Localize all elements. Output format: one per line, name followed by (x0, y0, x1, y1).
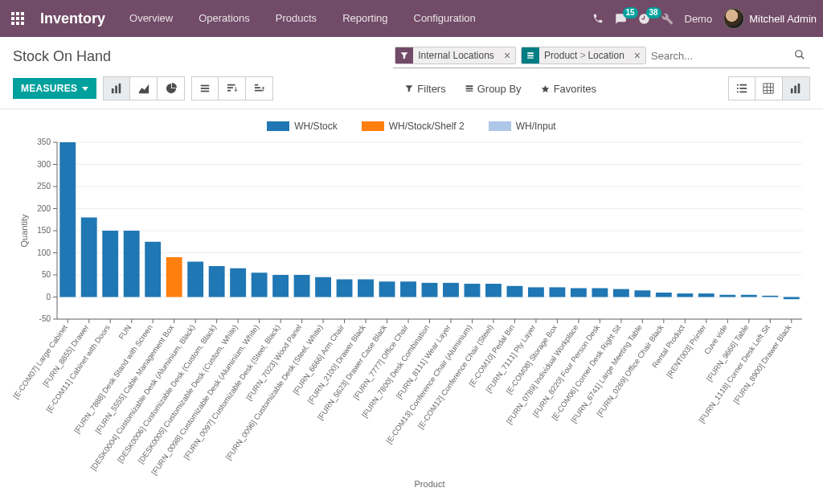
svg-text:[RENT003] Printer: [RENT003] Printer (665, 323, 708, 379)
bar (719, 295, 735, 297)
svg-text:[FURN_7888] Desk Stand with Sc: [FURN_7888] Desk Stand with Screen (72, 323, 154, 435)
bar (145, 242, 161, 297)
svg-rect-17 (201, 85, 210, 87)
line-chart-button[interactable] (130, 76, 158, 100)
bar (294, 275, 310, 297)
bar (187, 262, 203, 297)
pie-chart-button[interactable] (158, 76, 185, 100)
svg-rect-5 (21, 17, 24, 20)
svg-rect-16 (119, 84, 121, 93)
svg-rect-3 (11, 17, 14, 20)
chart-area: WH/Stock WH/Stock/Shelf 2 WH/Input -5005… (0, 109, 823, 500)
activities-badge: 38 (646, 7, 661, 18)
nav-menu: Overview Operations Products Reporting C… (117, 0, 489, 37)
search-input[interactable] (651, 50, 786, 62)
nav-configuration[interactable]: Configuration (401, 0, 489, 37)
pivot-view-button[interactable] (755, 76, 783, 100)
svg-rect-27 (465, 88, 473, 89)
svg-rect-8 (21, 22, 24, 25)
bar (656, 293, 672, 297)
groupby-dropdown[interactable]: Group By (465, 83, 522, 95)
phone-icon[interactable] (592, 13, 604, 24)
stacked-button[interactable] (191, 76, 219, 100)
breadcrumb: Stock On Hand (13, 48, 111, 65)
svg-rect-24 (255, 87, 260, 88)
svg-rect-26 (465, 85, 473, 87)
nav-operations[interactable]: Operations (186, 0, 263, 37)
app-name[interactable]: Inventory (32, 10, 113, 27)
bar-chart-button[interactable] (103, 76, 130, 100)
legend-wh-stock[interactable]: WH/Stock (267, 121, 337, 132)
search-bar[interactable]: Internal Locations × Product>Location × (393, 45, 810, 68)
bar (465, 284, 481, 297)
bar (422, 283, 438, 297)
bar (59, 142, 76, 297)
demo-label[interactable]: Demo (685, 13, 713, 25)
bar (677, 293, 693, 297)
groupby-facet: Product>Location × (521, 47, 646, 64)
conversations-badge: 15 (623, 7, 638, 18)
legend-wh-input[interactable]: WH/Input (489, 121, 556, 132)
svg-rect-40 (791, 88, 793, 93)
svg-rect-2 (21, 12, 24, 15)
bar (485, 284, 502, 297)
svg-rect-21 (227, 87, 233, 88)
sort-desc-button[interactable] (219, 76, 246, 100)
debug-icon[interactable] (661, 13, 674, 25)
bar (102, 231, 118, 297)
svg-rect-15 (116, 86, 118, 94)
user-menu[interactable]: Mitchell Admin (723, 8, 817, 29)
nav-right: 15 38 Demo Mitchell Admin (592, 8, 817, 29)
chart-type-group (103, 76, 185, 100)
bar-chart: -50050100150200250300350Quantity[E-COM07… (13, 138, 810, 492)
nav-overview[interactable]: Overview (117, 0, 186, 37)
control-panel: Stock On Hand Internal Locations × Produ… (0, 37, 823, 109)
filter-facet-remove[interactable]: × (499, 49, 515, 62)
bar (81, 218, 97, 297)
nav-reporting[interactable]: Reporting (330, 0, 400, 37)
nav-products[interactable]: Products (263, 0, 330, 37)
svg-rect-20 (227, 84, 235, 86)
bar (209, 266, 225, 297)
bar (443, 283, 459, 297)
list-view-button[interactable] (728, 76, 755, 100)
conversations-icon[interactable]: 15 (615, 13, 627, 25)
activities-icon[interactable]: 38 (638, 13, 650, 25)
bar (337, 280, 353, 297)
bar (400, 281, 416, 297)
groupby-facet-remove[interactable]: × (629, 49, 645, 62)
bar (741, 295, 757, 297)
svg-text:50: 50 (42, 270, 51, 279)
svg-rect-41 (795, 86, 797, 94)
sort-asc-button[interactable] (246, 76, 273, 100)
chart-options-group (191, 76, 273, 100)
bar (571, 289, 587, 297)
filters-dropdown[interactable]: Filters (405, 83, 445, 95)
bar (634, 290, 650, 297)
svg-line-13 (801, 55, 805, 59)
svg-text:FUN: FUN (117, 323, 133, 341)
svg-text:Quantity: Quantity (19, 214, 29, 247)
measures-button[interactable]: MEASURES (13, 78, 96, 99)
apps-icon[interactable] (6, 7, 29, 30)
svg-rect-1 (16, 12, 19, 15)
svg-rect-25 (255, 84, 258, 86)
bar (592, 289, 608, 297)
svg-rect-35 (764, 84, 773, 93)
favorites-dropdown[interactable]: Favorites (541, 83, 596, 95)
legend-shelf2[interactable]: WH/Stock/Shelf 2 (362, 121, 465, 132)
bar (315, 277, 331, 297)
svg-rect-23 (255, 90, 263, 92)
svg-text:350: 350 (37, 138, 51, 146)
bar (379, 281, 395, 297)
filter-facet-text: Internal Locations (413, 50, 499, 61)
bar (272, 275, 289, 297)
svg-text:150: 150 (37, 226, 51, 235)
bar (358, 280, 374, 297)
bar (528, 287, 544, 297)
svg-rect-18 (201, 88, 210, 89)
svg-text:0: 0 (46, 293, 51, 301)
search-icon[interactable] (791, 49, 809, 63)
graph-view-button[interactable] (783, 76, 810, 100)
bar (230, 268, 246, 297)
